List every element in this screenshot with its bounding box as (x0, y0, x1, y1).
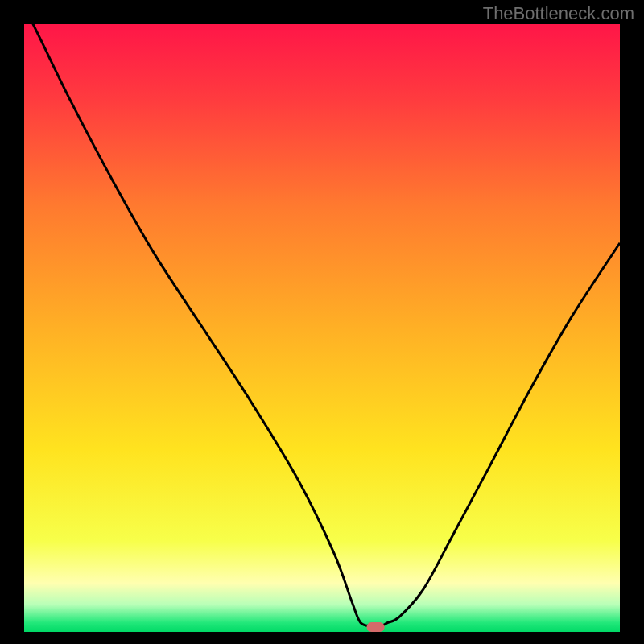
optimal-marker (367, 622, 385, 632)
bottleneck-chart (0, 0, 644, 644)
chart-frame: TheBottleneck.com (0, 0, 644, 644)
watermark-text: TheBottleneck.com (483, 3, 634, 24)
plot-background (24, 24, 620, 632)
